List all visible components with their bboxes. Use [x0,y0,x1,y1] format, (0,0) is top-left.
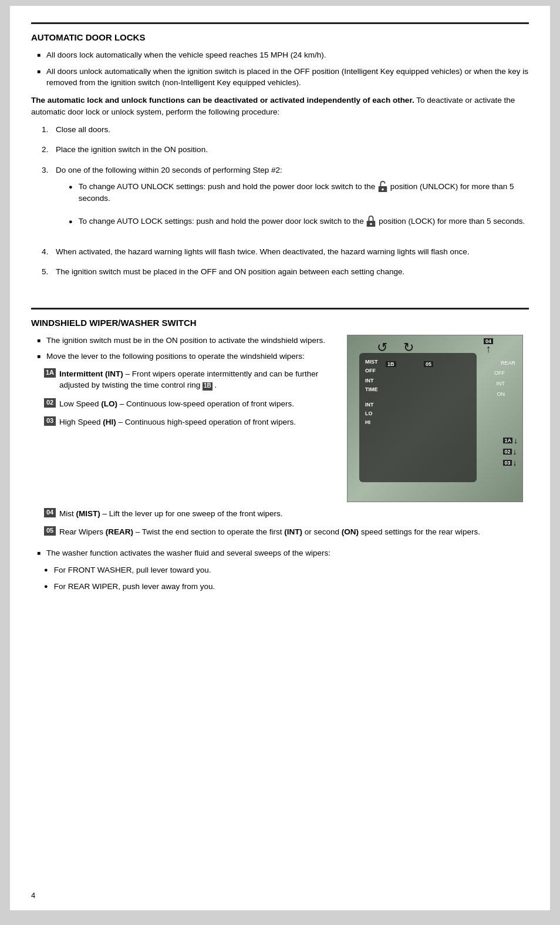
label-on-right: ON [494,389,505,399]
wiper-modes-below: 04 Mist (MIST) – Lift the lever up for o… [31,508,529,538]
windshield-wiper-section: WINDSHIELD WIPER/WASHER SWITCH The ignit… [31,308,529,593]
label-hi: HI [365,418,378,427]
wiper-section-divider [31,308,529,310]
label-off-right: OFF [494,368,505,378]
sub-bullet-unlock-content: To change AUTO UNLOCK settings: push and… [79,181,529,205]
diagram-labels-left: MIST OFF INTTIME INT LO HI [365,358,378,428]
lock-icon [366,216,376,227]
wiper-bullet-1: The ignition switch must be in the ON po… [37,335,335,347]
washer-sub-1: For FRONT WASHER, pull lever toward you. [44,564,529,576]
wiper-mode-04: 04 Mist (MIST) – Lift the lever up for o… [44,508,529,520]
arrow-03-diagram: 03 ↓ [503,458,517,467]
wiper-02-abbr: (LO) [101,399,117,408]
wiper-bullet-2: Move the lever to the following position… [37,351,335,362]
badge-05: 05 [44,526,56,536]
auto-door-locks-bullets: All doors lock automatically when the ve… [37,49,529,89]
wiper-left: The ignition switch must be in the ON po… [31,335,335,502]
sub-bullet-unlock: To change AUTO UNLOCK settings: push and… [69,181,529,205]
arrow-1a: 1A ↓ [503,436,518,445]
step-1-num: 1. [42,124,56,136]
label-int-time: INTTIME [365,376,378,395]
label-rear: REAR [501,360,515,366]
step-4: 4. When activated, the hazard warning li… [42,246,529,258]
wiper-05-abbr3: (ON) [342,527,359,536]
bullet-item-2: All doors unlock automatically when the … [37,66,529,89]
label-lo: LO [365,409,378,418]
wiper-mode-02-text: Low Speed (LO) – Continuous low-speed op… [59,398,335,410]
wiper-03-label: High Speed (HI) – Continuous high-speed … [59,418,296,426]
page: AUTOMATIC DOOR LOCKS All doors lock auto… [10,6,550,910]
wiper-bullet-1-text: The ignition switch must be in the ON po… [46,335,325,347]
step-2-num: 2. [42,144,56,156]
badge-1a: 1A [44,368,56,378]
step-4-num: 4. [42,246,56,258]
badge-02: 02 [44,398,56,408]
unlock-icon [377,181,388,193]
washer-sub-1-text: For FRONT WASHER, pull lever toward you. [54,564,211,576]
wiper-04-abbr: (MIST) [76,509,100,518]
wiper-mode-04-text: Mist (MIST) – Lift the lever up for one … [59,508,529,520]
badge-1b-inline: 1B [203,382,212,391]
diagram-labels-right: OFF INT ON [494,368,505,399]
wiper-04-label: Mist (MIST) – Lift the lever up for one … [59,509,282,518]
step-3-text: Do one of the following within 20 second… [56,166,282,174]
wiper-1a-abbr: (INT) [105,369,123,378]
sub-bullet-unlock-before: To change AUTO UNLOCK settings: push and… [79,182,376,191]
svg-point-1 [382,189,384,191]
section-gap [31,287,529,308]
arrow-down-1a: ↓ [514,436,518,445]
wiper-diagram: MIST OFF INTTIME INT LO HI OFF INT ON RE… [347,335,523,502]
label-int: INT [365,401,378,409]
arrow-up-04: ↑ [485,343,491,355]
wiper-mode-02: 02 Low Speed (LO) – Continuous low-speed… [44,398,335,410]
intro-paragraph: The automatic lock and unlock functions … [31,95,529,119]
arrow-02-diagram: 02 ↓ [503,447,517,456]
washer-bullet-1: The washer function activates the washer… [37,547,529,559]
wiper-mode-05-text: Rear Wipers (REAR) – Twist the end secti… [59,526,529,538]
badge-04: 04 [44,508,56,517]
step-3-num: 3. [42,164,56,176]
wiper-1a-label: Intermittent (INT) [59,369,123,378]
washer-bullets: The washer function activates the washer… [37,547,529,559]
badge-02-diagram: 02 [503,449,511,455]
washer-sub-bullets: For FRONT WASHER, pull lever toward you.… [44,564,529,592]
wiper-05-abbr: (REAR) [106,527,133,536]
sub-bullet-lock: To change AUTO LOCK settings: push and h… [69,216,529,227]
sub-bullet-lock-content: To change AUTO LOCK settings: push and h… [79,216,525,227]
label-off: OFF [365,366,378,375]
curved-arrow-right: ↻ [403,340,414,355]
wiper-mode-03: 03 High Speed (HI) – Continuous high-spe… [44,416,335,428]
washer-bullet-1-text: The washer function activates the washer… [46,547,330,559]
step-3: 3. Do one of the following within 20 sec… [42,164,529,238]
step-5: 5. The ignition switch must be placed in… [42,266,529,278]
badge-03-diagram: 03 [503,460,511,466]
wiper-05-label: Rear Wipers (REAR) – Twist the end secti… [59,527,480,536]
bullet-item-2-text: All doors unlock automatically when the … [46,66,529,89]
bold-intro: The automatic lock and unlock functions … [31,96,414,105]
step-1: 1. Close all doors. [42,124,529,136]
wiper-section-title: WINDSHIELD WIPER/WASHER SWITCH [31,318,529,328]
auto-door-locks-section: AUTOMATIC DOOR LOCKS All doors lock auto… [31,22,529,278]
wiper-mode-1a-text: Intermittent (INT) – Front wipers operat… [59,368,335,391]
step-5-text: The ignition switch must be placed in th… [56,266,404,278]
washer-sub-2-text: For REAR WIPER, push lever away from you… [54,581,215,593]
badge-03: 03 [44,416,56,426]
arrow-down-02: ↓ [513,447,517,456]
sub-bullet-lock-before: To change AUTO LOCK settings: push and h… [79,217,364,226]
wiper-bullet-2-text: Move the lever to the following position… [46,351,305,362]
wiper-mode-03-text: High Speed (HI) – Continuous high-speed … [59,416,335,428]
wiper-mode-1a: 1A Intermittent (INT) – Front wipers ope… [44,368,335,391]
diagram-arrow-04: 04 ↑ [484,338,493,355]
wiper-02-label: Low Speed (LO) – Continuous low-speed op… [59,399,294,408]
wiper-bullets: The ignition switch must be in the ON po… [37,335,335,362]
step-4-text: When activated, the hazard warning light… [56,246,470,258]
label-mist: MIST [365,358,378,366]
bullet-item-1: All doors lock automatically when the ve… [37,49,529,61]
badge-05-diagram: 05 [424,361,433,367]
svg-point-3 [370,223,373,226]
page-number: 4 [31,891,35,900]
step-2: 2. Place the ignition switch in the ON p… [42,144,529,156]
wiper-1a-desc-after: . [215,381,217,389]
section-divider-top [31,22,529,24]
diagram-arrows-right: 1A ↓ 02 ↓ 03 ↓ [503,436,518,467]
